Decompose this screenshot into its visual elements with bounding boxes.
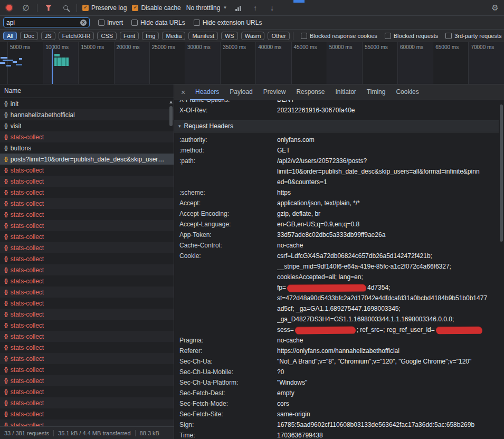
type-filter-ws[interactable]: WS — [221, 32, 238, 40]
request-row[interactable]: {}stats-collect — [0, 165, 174, 176]
header-name: Accept-Encoding: — [174, 208, 277, 219]
record-icon — [6, 5, 12, 11]
type-filter-doc[interactable]: Doc — [20, 32, 38, 40]
scrollbar-thumb[interactable] — [500, 104, 503, 242]
request-row[interactable]: {}stats-collect — [0, 408, 174, 419]
tab-cookies[interactable]: Cookies — [391, 84, 424, 100]
request-row[interactable]: {}stats-collect — [0, 231, 174, 242]
network-overview-timeline[interactable]: 5000 ms10000 ms15000 ms20000 ms25000 ms3… — [0, 42, 504, 84]
scroll-up-arrow-icon[interactable] — [169, 101, 173, 103]
tab-headers[interactable]: Headers — [190, 84, 224, 100]
checkbox-3rd-party-requests[interactable]: 3rd-party requests — [445, 33, 501, 39]
triangle-down-icon: ▾ — [178, 123, 181, 129]
type-filter-css[interactable]: CSS — [97, 32, 117, 40]
request-row[interactable]: {}stats-collect — [0, 298, 174, 309]
search-button[interactable] — [60, 2, 71, 14]
request-row[interactable]: {}stats-collect — [0, 397, 174, 408]
request-row[interactable]: {}stats-collect — [0, 342, 174, 353]
clear-filter-icon[interactable]: × — [80, 20, 87, 26]
header-row: Sec-Ch-Ua-Platform:"Windows" — [174, 377, 499, 388]
type-filter-media[interactable]: Media — [162, 32, 185, 40]
tab-timing[interactable]: Timing — [362, 84, 391, 100]
type-filter-all[interactable]: All — [3, 32, 17, 40]
checkbox-box-icon — [132, 5, 138, 11]
request-row[interactable]: {}stats-collect — [0, 287, 174, 298]
request-row[interactable]: {}hannahelizabethofficial — [0, 109, 174, 120]
overview-column: 5000 ms — [7, 42, 43, 84]
request-list-scrollbar[interactable] — [168, 98, 174, 426]
request-row[interactable]: {}stats-collect — [0, 309, 174, 320]
close-details-icon[interactable]: × — [176, 88, 190, 97]
type-filter-fetch-xhr[interactable]: Fetch/XHR — [59, 32, 94, 40]
header-value-text: ed=0&counters=1 — [277, 178, 327, 186]
tab-payload[interactable]: Payload — [224, 84, 258, 100]
preserve-log-checkbox[interactable]: Preserve log — [82, 4, 127, 12]
network-conditions-button[interactable] — [232, 2, 244, 14]
import-har-button[interactable]: ↑ — [249, 2, 261, 14]
json-braces-icon: {} — [4, 167, 7, 173]
header-value-line: DENY — [277, 100, 499, 105]
request-row[interactable]: {}stats-collect — [0, 264, 174, 275]
filter-button[interactable] — [43, 2, 54, 14]
scrollbar-thumb[interactable] — [169, 106, 173, 126]
header-value-text: limit=10&order=publish_date_desc&skip_us… — [277, 168, 480, 175]
type-filter-wasm[interactable]: Wasm — [241, 32, 265, 40]
request-row[interactable]: {}stats-collect — [0, 320, 174, 331]
request-row[interactable]: {}stats-collect — [0, 209, 174, 220]
request-row[interactable]: {}buttons — [0, 142, 174, 154]
overview-tick-label: 5000 ms — [10, 44, 30, 50]
hide-extension-urls-checkbox[interactable]: Hide extension URLs — [194, 19, 262, 26]
settings-button[interactable]: ⚙ — [489, 2, 501, 14]
name-column-header[interactable]: Name — [0, 84, 174, 98]
request-row[interactable]: {}stats-collect — [0, 375, 174, 386]
request-row[interactable]: {}stats-collect — [0, 275, 174, 287]
request-row[interactable]: {}stats-collect — [0, 331, 174, 342]
throttling-select[interactable]: No throttling ▼ — [186, 4, 227, 12]
tab-preview[interactable]: Preview — [258, 84, 291, 100]
request-row[interactable]: {}init — [0, 98, 174, 109]
tab-initiator[interactable]: Initiator — [330, 84, 361, 100]
json-braces-icon: {} — [4, 300, 7, 306]
overview-tick-label: 50000 ms — [329, 44, 353, 50]
request-row[interactable]: {}stats-collect — [0, 176, 174, 187]
request-row[interactable]: {}stats-collect — [0, 253, 174, 264]
record-button[interactable] — [3, 2, 15, 14]
header-value-line: 202312261916-30670fa40e — [277, 105, 499, 116]
header-name: Sec-Ch-Ua-Platform: — [174, 377, 277, 388]
request-row[interactable]: {}posts?limit=10&order=publish_date_desc… — [0, 154, 174, 165]
type-filter-img[interactable]: Img — [142, 32, 159, 40]
type-filter-other[interactable]: Other — [268, 32, 290, 40]
request-headers-section-header[interactable]: ▾ Request Headers — [174, 120, 499, 132]
request-row[interactable]: {}stats-collect — [0, 242, 174, 253]
filter-input-wrapper: × — [3, 17, 90, 27]
request-row[interactable]: {}stats-collect — [0, 353, 174, 364]
redaction-scribble — [295, 327, 356, 333]
export-har-button[interactable]: ↓ — [266, 2, 278, 14]
request-row[interactable]: {}stats-collect — [0, 419, 174, 426]
request-row[interactable]: {}stats-collect — [0, 198, 174, 209]
overview-column: 45000 ms — [291, 42, 327, 84]
filter-input[interactable] — [6, 19, 78, 26]
request-row[interactable]: {}stats-collect — [0, 364, 174, 375]
type-filter-font[interactable]: Font — [120, 32, 139, 40]
details-scrollbar[interactable] — [499, 100, 504, 439]
type-filter-js[interactable]: JS — [41, 32, 55, 40]
tab-response[interactable]: Response — [291, 84, 330, 100]
request-row[interactable]: {}stats-collect — [0, 131, 174, 142]
invert-checkbox[interactable]: Invert — [98, 19, 123, 26]
json-braces-icon: {} — [4, 134, 7, 140]
request-row[interactable]: {}stats-collect — [0, 187, 174, 198]
request-row[interactable]: {}stats-collect — [0, 386, 174, 397]
toolbar-divider — [37, 4, 37, 12]
clear-button[interactable]: ∅ — [20, 2, 32, 14]
request-row[interactable]: {}visit — [0, 120, 174, 131]
checkbox-blocked-requests[interactable]: Blocked requests — [385, 33, 438, 39]
checkbox-blocked-response-cookies[interactable]: Blocked response cookies — [301, 33, 377, 39]
disable-cache-checkbox[interactable]: Disable cache — [132, 4, 180, 12]
waterfall-activity-bar — [16, 64, 22, 65]
blue-accent-bar — [293, 0, 305, 3]
request-row[interactable]: {}stats-collect — [0, 220, 174, 231]
header-value-line: https — [277, 187, 499, 198]
type-filter-manifest[interactable]: Manifest — [188, 32, 218, 40]
hide-data-urls-checkbox[interactable]: Hide data URLs — [131, 19, 185, 26]
